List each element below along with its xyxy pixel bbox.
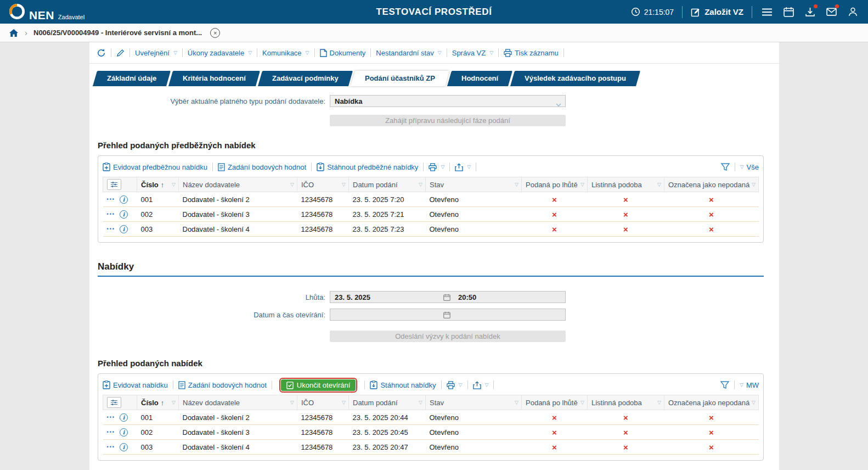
filter-caret-icon[interactable]: ▽	[580, 182, 584, 187]
print-table-button[interactable]: ▽	[429, 163, 444, 171]
view-selector[interactable]: Vše	[747, 163, 759, 171]
menu-sprava-vz[interactable]: Správa VZ ▽	[452, 49, 493, 57]
stahnout-predbezne-nabidky-button[interactable]: Stáhnout předběžné nabídky	[317, 163, 418, 171]
col-header-ico[interactable]: IČO▽	[297, 395, 349, 410]
evidovat-predbeznou-nabidku-button[interactable]: Evidovat předběžnou nabídku	[103, 163, 207, 171]
info-icon[interactable]: i	[120, 210, 128, 219]
col-header-nazev[interactable]: Název dodavatele▽	[179, 177, 297, 192]
history-button[interactable]	[97, 48, 106, 58]
table-row[interactable]: •••i 003 Dodavatel - školení 4 12345678 …	[103, 222, 759, 237]
otevirani-datetime-input[interactable]	[330, 309, 566, 321]
calendar-button[interactable]	[782, 5, 795, 19]
filter-caret-icon[interactable]: ▽	[657, 182, 661, 187]
menu-ukony-zadavatele[interactable]: Úkony zadavatele ▽	[188, 49, 252, 57]
filter-caret-icon[interactable]: ▽	[342, 400, 346, 405]
menu-komunikace[interactable]: Komunikace ▽	[262, 49, 309, 57]
tab-zadavaci-podminky[interactable]: Zadávací podmínky	[258, 71, 353, 86]
calendar-icon[interactable]	[441, 294, 453, 301]
column-settings-button[interactable]	[107, 179, 121, 190]
tab-kriteria-hodnoceni[interactable]: Kritéria hodnocení	[168, 71, 260, 86]
view-selector[interactable]: MW	[746, 381, 759, 389]
filter-caret-icon[interactable]: ▽	[172, 182, 176, 187]
col-header-stav[interactable]: Stav▽	[426, 395, 522, 410]
filter-caret-icon[interactable]: ▽	[290, 400, 294, 405]
info-icon[interactable]: i	[120, 195, 128, 204]
evidovat-nabidku-button[interactable]: Evidovat nabídku	[103, 381, 168, 389]
col-header-datum[interactable]: Datum podání▽	[349, 395, 426, 410]
offers-heading: Přehled podaných nabídek	[98, 359, 779, 368]
home-button[interactable]	[9, 29, 19, 37]
col-header-listinna[interactable]: Listinná podoba▽	[588, 177, 664, 192]
col-header-po-lhute[interactable]: Podaná po lhůtě▽	[522, 177, 588, 192]
stahnout-nabidky-button[interactable]: Stáhnout nabídky	[370, 381, 436, 389]
nen-logo[interactable]: NEN Zadavatel	[9, 3, 84, 21]
send-invitation-button[interactable]: Odeslání výzvy k podání nabídek	[330, 331, 566, 342]
tab-zakladni-udaje[interactable]: Základní údaje	[93, 71, 171, 86]
filter-button[interactable]	[720, 381, 729, 389]
calendar-icon[interactable]	[441, 311, 453, 318]
col-header-nepodana[interactable]: Označena jako nepodaná▽	[664, 177, 759, 192]
info-icon[interactable]: i	[120, 225, 128, 233]
open-record-tab[interactable]: N006/25/V00004949 - Interiérové servisní…	[33, 29, 202, 37]
row-menu-icon[interactable]: •••	[107, 429, 115, 435]
create-vz-button[interactable]: Založit VZ	[691, 7, 743, 17]
messages-button[interactable]	[825, 5, 838, 19]
col-header-po-lhute[interactable]: Podaná po lhůtě▽	[522, 395, 588, 410]
edit-button[interactable]	[116, 49, 125, 57]
zadani-bodovych-hodnot-button[interactable]: Zadání bodových hodnot	[218, 163, 306, 171]
zadani-bodovych-hodnot-button[interactable]: Zadání bodových hodnot	[178, 381, 267, 389]
col-header-nepodana[interactable]: Označena jako nepodaná▽	[664, 395, 759, 410]
export-table-button[interactable]: ▽	[473, 381, 489, 389]
row-menu-icon[interactable]: •••	[107, 444, 115, 450]
filter-caret-icon[interactable]: ▽	[515, 182, 518, 187]
start-next-phase-button[interactable]: Zahájit přípravu následující fáze podání	[330, 115, 566, 126]
table-row[interactable]: •••i 001 Dodavatel - školení 2 12345678 …	[103, 410, 759, 425]
submission-type-select[interactable]: Nabídka	[330, 95, 566, 107]
menu-dokumenty[interactable]: Dokumenty	[320, 49, 366, 57]
info-icon[interactable]: i	[120, 443, 128, 451]
column-settings-button[interactable]	[107, 397, 121, 408]
menu-uverejneni[interactable]: Uveřejnění ▽	[135, 49, 177, 57]
print-table-button[interactable]: ▽	[447, 381, 463, 389]
info-icon[interactable]: i	[120, 413, 128, 422]
menu-nestandardni-stav[interactable]: Nestandardní stav ▽	[376, 49, 441, 57]
col-header-listinna[interactable]: Listinná podoba▽	[588, 395, 664, 410]
ukoncit-oteviani-button[interactable]: Ukončit otevírání	[281, 379, 356, 391]
filter-caret-icon[interactable]: ▽	[419, 182, 422, 187]
col-header-datum[interactable]: Datum podání▽	[349, 177, 426, 192]
menu-tisk-zaznamu[interactable]: Tisk záznamu	[504, 49, 559, 57]
col-header-cislo[interactable]: Číslo↑ ▽	[137, 177, 179, 192]
row-menu-icon[interactable]: •••	[107, 197, 115, 202]
info-icon[interactable]: i	[120, 428, 128, 437]
filter-caret-icon[interactable]: ▽	[290, 182, 294, 187]
close-record-button[interactable]: ×	[210, 28, 220, 38]
menu-button[interactable]	[760, 5, 774, 19]
tab-podani-ucastniku-zp[interactable]: Podání účastníků ZP	[351, 71, 449, 86]
table-row[interactable]: •••i 001 Dodavatel - školení 2 12345678 …	[103, 192, 759, 207]
user-button[interactable]	[846, 5, 859, 19]
filter-caret-icon[interactable]: ▽	[752, 182, 756, 187]
table-row[interactable]: •••i 003 Dodavatel - školení 4 12345678 …	[103, 440, 759, 455]
col-header-cislo[interactable]: Číslo↑ ▽	[137, 395, 179, 410]
filter-caret-icon[interactable]: ▽	[580, 400, 584, 405]
col-header-ico[interactable]: IČO▽	[297, 177, 349, 192]
row-menu-icon[interactable]: •••	[107, 226, 115, 232]
filter-caret-icon[interactable]: ▽	[172, 400, 176, 405]
col-header-stav[interactable]: Stav▽	[426, 177, 522, 192]
export-table-button[interactable]: ▽	[455, 163, 471, 171]
filter-caret-icon[interactable]: ▽	[342, 182, 346, 187]
filter-caret-icon[interactable]: ▽	[419, 400, 422, 405]
lhuta-datetime-input[interactable]: 23. 5. 2025 20:50	[330, 291, 566, 303]
table-row[interactable]: •••i 002 Dodavatel - školení 3 12345678 …	[103, 425, 759, 440]
tab-hodnoceni[interactable]: Hodnocení	[447, 71, 512, 86]
tab-vysledek-zadavaciho-postupu[interactable]: Výsledek zadávacího postupu	[510, 71, 640, 86]
col-header-nazev[interactable]: Název dodavatele▽	[179, 395, 297, 410]
row-menu-icon[interactable]: •••	[107, 415, 115, 420]
filter-caret-icon[interactable]: ▽	[657, 400, 661, 405]
row-menu-icon[interactable]: •••	[107, 211, 115, 217]
filter-caret-icon[interactable]: ▽	[515, 400, 518, 405]
filter-caret-icon[interactable]: ▽	[752, 400, 756, 405]
filter-button[interactable]	[721, 163, 730, 171]
table-row[interactable]: •••i 002 Dodavatel - školení 3 12345678 …	[103, 207, 759, 222]
downloads-button[interactable]	[803, 5, 816, 19]
